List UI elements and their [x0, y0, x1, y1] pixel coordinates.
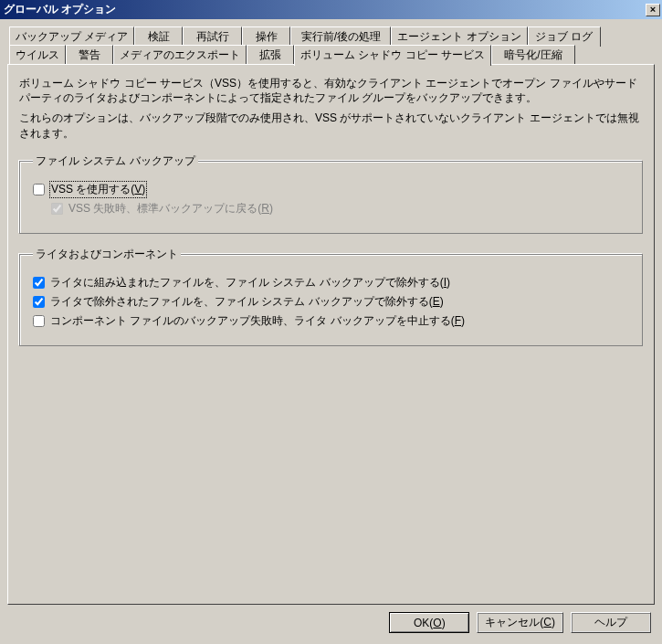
tab-verify[interactable]: 検証 — [134, 26, 183, 47]
tab-alert[interactable]: 警告 — [66, 45, 113, 65]
row-use-vss: VSS を使用する(V) — [33, 182, 629, 197]
checkbox-abort-on-fail[interactable] — [33, 315, 45, 327]
dialog-body: バックアップ メディア 検証 再試行 操作 実行前/後の処理 エージェント オプ… — [0, 19, 662, 644]
label-fallback-normal: VSS 失敗時、標準バックアップに戻る(R) — [68, 201, 273, 216]
group-writers-components: ライタおよびコンポーネント ライタに組み込まれたファイルを、ファイル システム … — [19, 247, 643, 346]
row-abort-on-fail: コンポーネント ファイルのバックアップ失敗時、ライタ バックアップを中止する(F… — [33, 313, 629, 329]
tab-encrypt-compress[interactable]: 暗号化/圧縮 — [491, 45, 575, 65]
checkbox-use-vss[interactable] — [33, 184, 45, 195]
tab-job-log[interactable]: ジョブ ログ — [528, 26, 601, 47]
tabstrip: バックアップ メディア 検証 再試行 操作 実行前/後の処理 エージェント オプ… — [9, 28, 653, 65]
checkbox-exclude-excluded[interactable] — [33, 296, 45, 308]
tab-retry[interactable]: 再試行 — [183, 26, 242, 47]
tab-media-export[interactable]: メディアのエクスポート — [113, 45, 247, 65]
tab-pre-post[interactable]: 実行前/後の処理 — [290, 26, 391, 47]
cancel-button[interactable]: キャンセル(C) — [477, 612, 563, 633]
window-title: グローバル オプション — [4, 2, 646, 17]
group-filesystem-backup-legend: ファイル システム バックアップ — [33, 153, 198, 169]
label-exclude-excluded[interactable]: ライタで除外されたファイルを、ファイル システム バックアップで除外する(E) — [50, 294, 444, 310]
tab-agent-options[interactable]: エージェント オプション — [391, 26, 527, 47]
label-use-vss[interactable]: VSS を使用する(V) — [50, 182, 146, 197]
group-writers-components-legend: ライタおよびコンポーネント — [33, 247, 181, 262]
tab-virus[interactable]: ウイルス — [9, 45, 66, 65]
tab-backup-media[interactable]: バックアップ メディア — [9, 26, 134, 47]
ok-button[interactable]: OK(O) — [389, 612, 469, 633]
close-button[interactable]: × — [646, 4, 660, 16]
tab-vss[interactable]: ボリューム シャドウ コピー サービス — [294, 45, 491, 66]
label-exclude-included[interactable]: ライタに組み込まれたファイルを、ファイル システム バックアップで除外する(I) — [50, 275, 450, 290]
row-exclude-excluded: ライタで除外されたファイルを、ファイル システム バックアップで除外する(E) — [33, 294, 629, 310]
checkbox-fallback-normal — [51, 203, 63, 215]
label-abort-on-fail[interactable]: コンポーネント ファイルのバックアップ失敗時、ライタ バックアップを中止する(F… — [50, 313, 465, 329]
help-button[interactable]: ヘルプ — [571, 612, 651, 633]
checkbox-exclude-included[interactable] — [33, 277, 45, 289]
description-1: ボリューム シャドウ コピー サービス（VSS）を使用すると、有効なクライアント… — [19, 76, 643, 105]
group-filesystem-backup: ファイル システム バックアップ VSS を使用する(V) VSS 失敗時、標準… — [19, 153, 643, 234]
titlebar: グローバル オプション × — [0, 0, 662, 19]
description-2: これらのオプションは、バックアップ段階でのみ使用され、VSS がサポートされてい… — [19, 111, 643, 140]
row-exclude-included: ライタに組み込まれたファイルを、ファイル システム バックアップで除外する(I) — [33, 275, 629, 290]
tab-operation[interactable]: 操作 — [242, 26, 290, 47]
tabpanel-vss: ボリューム シャドウ コピー サービス（VSS）を使用すると、有効なクライアント… — [7, 64, 655, 605]
row-fallback-normal: VSS 失敗時、標準バックアップに戻る(R) — [51, 201, 629, 216]
tab-extended[interactable]: 拡張 — [247, 45, 294, 65]
button-bar: OK(O) キャンセル(C) ヘルプ — [7, 605, 655, 637]
